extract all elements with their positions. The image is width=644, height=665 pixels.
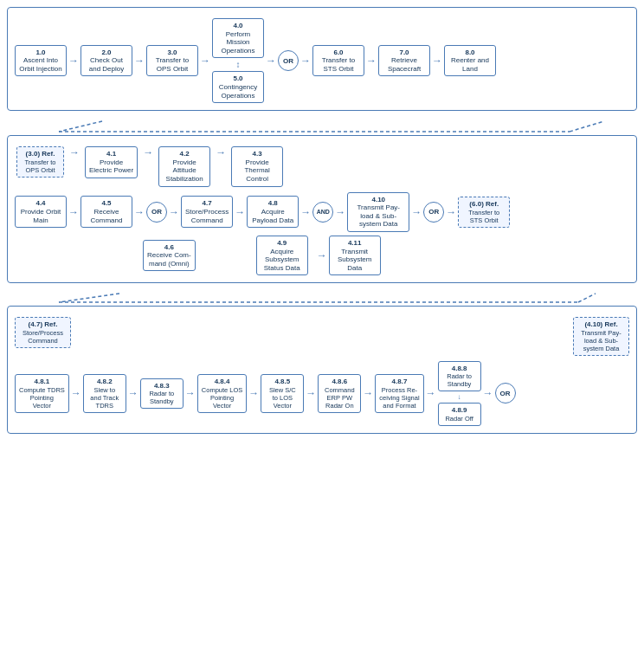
dashed-svg-1 [33, 119, 611, 133]
ref-4-10: (4.10) Ref. Transmit Pay-load & Sub-syst… [573, 317, 629, 356]
ref-6-0: (6.0) Ref. Transfer toSTS Orbit [458, 197, 510, 228]
node-4-1: 4.1 ProvideElectric Power [85, 146, 138, 178]
third-level-section: (4.7) Ref. Store/ProcessCommand (4.10) R… [7, 306, 637, 434]
arrow-ref-4-1 [68, 146, 81, 158]
arrow-4-9-4-11 [315, 249, 329, 261]
arrow-or-4-7 [167, 206, 181, 218]
node-4-8-3: 4.8.3 Radar toStandby [140, 378, 184, 410]
node-6-0: 6.0 Transfer toSTS Orbit [312, 45, 364, 77]
second-level-section: (3.0) Ref. Transfer toOPS Orbit 4.1 Prov… [7, 135, 637, 283]
arrow-2 [132, 55, 146, 67]
node-4-8: 4.8 AcquirePayload Data [247, 196, 299, 228]
svg-line-3 [59, 294, 119, 302]
node-4-6: 4.6 Receive Com-mand (Omni) [143, 240, 196, 272]
arrow-4-8-3 [184, 387, 197, 399]
node-4-8-9: 4.8.9 Radar Off [438, 403, 481, 426]
node-4-5-group: 4.0 PerformMissionOperations ↕ 5.0 Conti… [212, 18, 264, 103]
third-top-refs: (4.7) Ref. Store/ProcessCommand (4.10) R… [15, 317, 629, 356]
arrow-4-8-2 [126, 387, 140, 399]
arrow-4-8-6 [361, 387, 375, 399]
arrow-4-8-7 [424, 387, 438, 399]
node-4-11: 4.11 TransmitSubsystemData [329, 236, 381, 275]
second-top-row: (3.0) Ref. Transfer toOPS Orbit 4.1 Prov… [15, 146, 629, 186]
op-and-second: AND [312, 202, 333, 223]
node-7-0: 7.0 RetrieveSpacecraft [378, 45, 430, 77]
node-4-10: 4.10 Transmit Pay-load & Sub-system Data [347, 192, 409, 232]
arrow-3 [198, 55, 212, 67]
arrow-4-8-1 [69, 387, 83, 399]
node-8-0: 8.0 Reenter andLand [444, 45, 496, 77]
node-3-0: 3.0 Transfer toOPS Orbit [146, 45, 198, 77]
op-or-second: OR [146, 202, 167, 223]
node-4-7: 4.7 Store/ProcessCommand [181, 196, 233, 228]
arrow-4-5-or [132, 206, 146, 218]
arrow-4-10-or [409, 206, 423, 218]
third-main-row: 4.8.1 Compute TDRSPointingVector 4.8.2 S… [15, 361, 629, 426]
arrow-4-8-5 [304, 387, 318, 399]
op-or-top: OR [278, 50, 299, 71]
op-or-third-level: OR [495, 383, 516, 404]
node-4-8-8: 4.8.8 Radar toStandby [438, 361, 481, 392]
arrow-4-2-4-3 [214, 146, 228, 158]
arrow-4 [264, 55, 278, 67]
arrow-4-8-and [299, 206, 312, 218]
node-4-9: 4.9 AcquireSubsystemStatus Data [256, 236, 308, 275]
node-4-8-5: 4.8.5 Slew S/Cto LOSVector [261, 374, 304, 413]
node-4-8-2: 4.8.2 Slew toand TrackTDRS [83, 374, 126, 413]
node-4-8-7: 4.8.7 Process Re-ceiving Signaland Forma… [375, 374, 423, 413]
op-or-third: OR [423, 202, 444, 223]
node-4-4: 4.4 Provide OrbitMain [15, 196, 67, 228]
svg-line-5 [578, 294, 596, 302]
top-level-section: 1.0 Ascent IntoOrbit Injection 2.0 Check… [7, 7, 637, 111]
arrow-7 [430, 55, 444, 67]
v-arrow-down: ↕ [236, 60, 241, 69]
connector-second-third [7, 292, 637, 304]
connector-top-second [7, 119, 637, 133]
node-5-0: 5.0 ContingencyOperations [212, 71, 264, 103]
node-4-2: 4.2 ProvideAttitudeStabilization [158, 146, 210, 186]
node-4-8-8-9-group: 4.8.8 Radar toStandby ↓ 4.8.9 Radar Off … [438, 361, 516, 426]
arrow-4-1-4-2 [141, 146, 155, 158]
node-4-3: 4.3 ProvideThermalControl [231, 146, 283, 186]
arrow-to-or-4 [481, 387, 495, 399]
second-main-row: 4.4 Provide OrbitMain 4.5 ReceiveCommand… [15, 192, 629, 232]
node-2-0: 2.0 Check Outand Deploy [80, 45, 132, 77]
node-1-0: 1.0 Ascent IntoOrbit Injection [15, 45, 67, 77]
second-bottom-row: 4.6 Receive Com-mand (Omni) 4.9 AcquireS… [15, 236, 629, 275]
arrow-4-4-4-5 [67, 206, 80, 218]
arrow-4-8-4 [247, 387, 261, 399]
arrow-1 [67, 55, 80, 67]
node-4-0: 4.0 PerformMissionOperations [212, 18, 264, 58]
node-4-8-4: 4.8.4 Compute LOSPointingVector [197, 374, 248, 413]
arrow-4-7-4-8 [233, 206, 247, 218]
branch-col-4-8: 4.8.8 Radar toStandby ↓ 4.8.9 Radar Off [438, 361, 481, 426]
arrow-and-4-10 [333, 206, 347, 218]
arrow-5 [299, 55, 312, 67]
arrow-6 [364, 55, 378, 67]
node-4-8-1: 4.8.1 Compute TDRSPointingVector [15, 374, 69, 413]
node-4-8-6: 4.8.6 CommandERP PWRadar On [318, 374, 361, 413]
arrow-or-ref-6 [444, 206, 458, 218]
ref-3-0: (3.0) Ref. Transfer toOPS Orbit [16, 146, 64, 178]
ref-4-7: (4.7) Ref. Store/ProcessCommand [15, 317, 71, 348]
dashed-svg-2 [33, 292, 611, 304]
svg-line-2 [570, 121, 604, 132]
node-4-5: 4.5 ReceiveCommand [80, 196, 132, 228]
top-level-flow: 1.0 Ascent IntoOrbit Injection 2.0 Check… [15, 18, 629, 103]
v-arrow-4-8-9: ↓ [458, 393, 461, 401]
svg-line-0 [59, 121, 102, 132]
